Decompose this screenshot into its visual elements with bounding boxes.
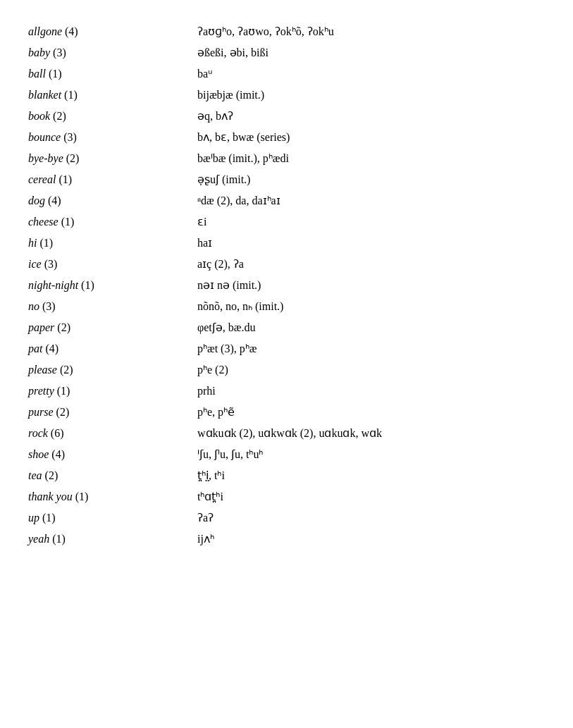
table-row: tea (2)t̪ʰi̤, tʰi — [28, 465, 545, 486]
forms-cell: aɪç (2), ʔa — [197, 256, 545, 273]
forms-cell: bijæbjæ (imit.) — [197, 87, 545, 104]
word-label: purse — [28, 406, 54, 418]
table-row: yeah (1)ijʌʰ — [28, 529, 545, 550]
table-row: night-night (1)nəɪ nə (imit.) — [28, 275, 545, 296]
word-count: (1) — [61, 89, 78, 101]
word-count: (1) — [78, 279, 94, 291]
forms-cell: prhi — [197, 383, 545, 400]
word-label: bye-bye — [28, 152, 63, 164]
word-count: (2) — [54, 321, 70, 333]
word-count: (6) — [48, 427, 64, 439]
word-count: (1) — [58, 216, 75, 228]
table-row: purse (2)pʰe, pʰẽ — [28, 402, 545, 423]
word-label: tea — [28, 469, 42, 481]
table-row: book (2)əq, bʌʔ — [28, 106, 545, 127]
word-label: allgone — [28, 25, 62, 37]
table-row: cheese (1)ɛi — [28, 211, 545, 233]
forms-cell: pʰæt (3), pʰæ — [197, 340, 545, 357]
word-label: ice — [28, 258, 42, 270]
forms-cell: pʰe, pʰẽ — [197, 404, 545, 421]
forms-cell: ijʌʰ — [197, 531, 545, 548]
forms-cell: haɪ — [197, 235, 545, 252]
word-count: (1) — [56, 173, 72, 185]
word-label: ball — [28, 68, 46, 80]
table-row: allgone (4)ʔaʊɡʰo, ʔaʊwo, ʔokʰõ, ʔokʰu — [28, 21, 545, 42]
forms-cell: tʰɑt̪ʰi — [197, 488, 545, 505]
table-row: ice (3)aɪç (2), ʔa — [28, 254, 545, 275]
word-count: (4) — [49, 448, 65, 460]
word-count: (2) — [50, 110, 66, 122]
forms-cell: wɑkuɑk (2), uɑkwɑk (2), uɑkuɑk, wɑk — [197, 425, 545, 442]
word-cell: blanket (1) — [28, 87, 197, 104]
word-count: (1) — [54, 385, 70, 397]
forms-cell: ʔaʊɡʰo, ʔaʊwo, ʔokʰõ, ʔokʰu — [197, 23, 545, 40]
forms-cell: nõnõ, no, nₕ (imit.) — [197, 298, 545, 315]
word-count: (3) — [50, 47, 66, 58]
word-count: (1) — [49, 533, 66, 545]
forms-cell: bæᴵbæ (imit.), pʰædi — [197, 150, 545, 167]
word-label: shoe — [28, 448, 49, 460]
word-label: no — [28, 300, 39, 312]
word-cell: pat (4) — [28, 340, 197, 357]
word-cell: bye-bye (2) — [28, 150, 197, 167]
forms-cell: ə̣ʂuʃ (imit.) — [197, 171, 545, 188]
word-label: up — [28, 512, 39, 524]
table-row: ball (1)baᵘ — [28, 63, 545, 85]
word-cell: book (2) — [28, 108, 197, 125]
word-count: (1) — [37, 237, 53, 249]
word-cell: tea (2) — [28, 467, 197, 484]
table-row: dog (4)ⁿdæ (2), da, daɪʰaɪ — [28, 190, 545, 211]
word-count: (2) — [57, 364, 73, 376]
word-label: hi — [28, 237, 37, 249]
word-cell: up (1) — [28, 510, 197, 526]
forms-cell: nəɪ nə (imit.) — [197, 277, 545, 294]
table-row: thank you (1)tʰɑt̪ʰi — [28, 486, 545, 507]
word-label: cheese — [28, 216, 58, 228]
table-row: paper (2)φetʃə, bæ.du — [28, 317, 545, 338]
table-row: pretty (1)prhi — [28, 381, 545, 402]
table-row: up (1)ʔaʔ — [28, 507, 545, 529]
word-label: cereal — [28, 173, 56, 185]
word-cell: allgone (4) — [28, 23, 197, 40]
forms-cell: ᴵʃu, ʃᴵu, ʃu, tʰuʰ — [197, 446, 545, 463]
word-cell: cheese (1) — [28, 214, 197, 230]
word-label: dog — [28, 195, 45, 206]
table-row: cereal (1)ə̣ʂuʃ (imit.) — [28, 169, 545, 190]
word-cell: shoe (4) — [28, 446, 197, 463]
word-label: rock — [28, 427, 48, 439]
forms-cell: φetʃə, bæ.du — [197, 319, 545, 336]
forms-cell: əßeßi, əbi, bißi — [197, 44, 545, 61]
forms-cell: pʰe (2) — [197, 362, 545, 378]
table-row: please (2)pʰe (2) — [28, 359, 545, 381]
word-label: please — [28, 364, 57, 376]
table-row: bye-bye (2)bæᴵbæ (imit.), pʰædi — [28, 148, 545, 169]
word-count: (4) — [45, 195, 61, 206]
word-cell: baby (3) — [28, 44, 197, 61]
table-row: no (3)nõnõ, no, nₕ (imit.) — [28, 296, 545, 317]
word-cell: thank you (1) — [28, 488, 197, 505]
word-cell: bounce (3) — [28, 129, 197, 146]
forms-cell: ʔaʔ — [197, 510, 545, 526]
forms-cell: t̪ʰi̤, tʰi — [197, 467, 545, 484]
table-row: rock (6)wɑkuɑk (2), uɑkwɑk (2), uɑkuɑk, … — [28, 423, 545, 444]
word-cell: cereal (1) — [28, 171, 197, 188]
word-count: (3) — [61, 131, 77, 143]
word-count: (2) — [63, 152, 80, 164]
table-row: hi (1)haɪ — [28, 233, 545, 254]
word-cell: paper (2) — [28, 319, 197, 336]
word-label: pretty — [28, 385, 54, 397]
word-cell: please (2) — [28, 362, 197, 378]
forms-cell: ⁿdæ (2), da, daɪʰaɪ — [197, 192, 545, 209]
word-count: (1) — [46, 68, 62, 80]
word-label: blanket — [28, 89, 61, 101]
word-label: night-night — [28, 279, 78, 291]
word-count: (3) — [39, 300, 56, 312]
word-count: (4) — [42, 343, 58, 354]
table-row: baby (3)əßeßi, əbi, bißi — [28, 42, 545, 63]
word-cell: night-night (1) — [28, 277, 197, 294]
forms-cell: baᵘ — [197, 66, 545, 82]
word-label: thank you — [28, 491, 73, 502]
forms-cell: əq, bʌʔ — [197, 108, 545, 125]
table-row: bounce (3)bʌ, bɛ, bwæ (series) — [28, 127, 545, 148]
word-label: paper — [28, 321, 54, 333]
